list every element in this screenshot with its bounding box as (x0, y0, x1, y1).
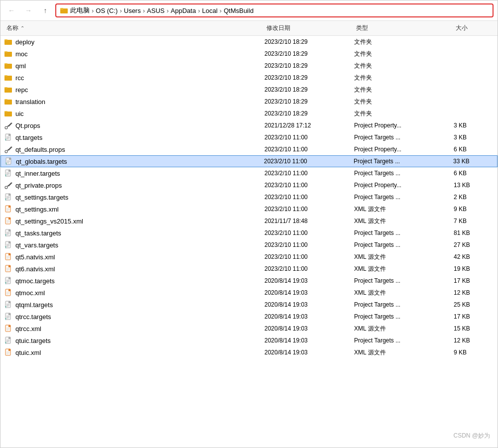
breadcrumb-part-0[interactable]: 此电脑 (70, 6, 90, 15)
breadcrumb-part-3[interactable]: ASUS (147, 7, 164, 14)
file-type-icon: T (4, 301, 12, 309)
breadcrumb-part-4[interactable]: AppData (171, 7, 196, 14)
table-row[interactable]: deploy 2023/2/10 18:29 文件夹 (0, 36, 498, 48)
forward-button[interactable]: → (21, 3, 35, 17)
file-name-cell: T qtqml.targets (4, 301, 264, 309)
file-type-icon (4, 74, 12, 82)
table-row[interactable]: qtrcc.xml 2020/8/14 19:03 XML 源文件 15 KB (0, 323, 498, 335)
up-button[interactable]: ↑ (38, 3, 52, 17)
svg-rect-103 (8, 325, 10, 327)
col-header-modified[interactable]: 修改日期 (264, 23, 354, 33)
svg-rect-11 (4, 88, 12, 93)
file-name: qt_private.props (15, 182, 62, 189)
table-row[interactable]: T qt_vars.targets 2023/2/10 11:00 Projec… (0, 239, 498, 251)
table-row[interactable]: translation 2023/2/10 18:29 文件夹 (0, 96, 498, 108)
file-name: qtqml.targets (15, 301, 53, 309)
file-name-cell: T qtrcc.targets (4, 313, 264, 321)
file-name: qt_globals.targets (16, 158, 67, 165)
file-name: qtuic.xml (15, 349, 41, 356)
file-type-icon (4, 253, 12, 261)
file-name-cell: qt_defaults.props (4, 145, 264, 153)
file-type-text: 文件夹 (354, 50, 454, 58)
table-row[interactable]: qt_private.props 2023/2/10 11:00 Project… (0, 179, 498, 191)
file-size: 3 KB (454, 122, 494, 129)
table-row[interactable]: T qt.targets 2023/2/10 11:00 Project Tar… (0, 131, 498, 143)
address-bar[interactable]: 此电脑 › OS (C:) › Users › ASUS › AppData ›… (55, 3, 494, 17)
breadcrumb-part-5[interactable]: Local (202, 7, 218, 14)
svg-rect-14 (4, 99, 7, 100)
table-row[interactable]: T qt_globals.targets 2023/2/10 11:00 Pro… (0, 155, 498, 167)
file-type-icon (4, 325, 12, 333)
table-row[interactable]: T qt_inner.targets 2023/2/10 11:00 Proje… (0, 167, 498, 179)
breadcrumb-part-1[interactable]: OS (C:) (96, 7, 118, 14)
file-name: qt_settings.xml (15, 206, 59, 213)
file-name: qt_vars.targets (15, 241, 58, 249)
table-row[interactable]: T qtqml.targets 2020/8/14 19:03 Project … (0, 299, 498, 311)
file-name-cell: rcc (4, 74, 264, 82)
file-modified-date: 2023/2/10 11:00 (264, 146, 354, 153)
file-size: 9 KB (454, 349, 494, 356)
file-type-icon (4, 145, 12, 153)
svg-rect-53 (8, 218, 10, 220)
table-row[interactable]: qt_defaults.props 2023/2/10 11:00 Projec… (0, 143, 498, 155)
file-type-text: Project Targets ... (354, 229, 454, 236)
table-row[interactable]: qt6.natvis.xml 2023/2/10 11:00 XML 源文件 1… (0, 263, 498, 275)
col-header-size[interactable]: 大小 (454, 23, 494, 33)
file-size: 17 KB (454, 277, 494, 284)
file-modified-date: 2023/2/10 11:00 (264, 134, 354, 141)
sep-4: › (198, 7, 200, 14)
sep-3: › (166, 7, 168, 14)
table-row[interactable]: T qtuic.targets 2020/8/14 19:03 Project … (0, 335, 498, 346)
table-row[interactable]: qml 2023/2/10 18:29 文件夹 (0, 60, 498, 72)
file-type-text: Project Property... (354, 146, 454, 153)
table-row[interactable]: Qt.props 2021/12/28 17:12 Project Proper… (0, 119, 498, 131)
table-row[interactable]: qtmoc.xml 2020/8/14 19:03 XML 源文件 12 KB (0, 287, 498, 299)
watermark: CSDN @妙为 (453, 432, 490, 440)
file-name-cell: qt_settings.xml (4, 205, 264, 213)
table-row[interactable]: repc 2023/2/10 18:29 文件夹 (0, 84, 498, 96)
svg-rect-34 (8, 170, 10, 172)
table-row[interactable]: qtuic.xml 2020/8/14 19:03 XML 源文件 9 KB (0, 346, 498, 358)
col-header-name[interactable]: 名称 ⌃ (4, 23, 264, 33)
svg-rect-70 (8, 253, 10, 255)
file-name: uic (15, 110, 24, 117)
file-type-text: Project Targets ... (354, 170, 454, 177)
svg-text:T: T (5, 282, 6, 285)
svg-rect-3 (4, 40, 12, 45)
file-type-text: Project Targets ... (354, 158, 453, 165)
table-row[interactable]: T qtrcc.targets 2020/8/14 19:03 Project … (0, 311, 498, 323)
sep-5: › (220, 7, 222, 14)
svg-text:T: T (5, 138, 6, 141)
svg-rect-58 (8, 229, 10, 231)
file-size: 19 KB (454, 265, 494, 272)
file-name: qtmoc.targets (15, 277, 55, 285)
file-type-text: XML 源文件 (354, 289, 454, 297)
table-row[interactable]: qt_settings.xml 2023/2/10 11:00 XML 源文件 … (0, 203, 498, 215)
table-row[interactable]: T qt_settings.targets 2023/2/10 11:00 Pr… (0, 191, 498, 203)
table-row[interactable]: rcc 2023/2/10 18:29 文件夹 (0, 72, 498, 84)
file-modified-date: 2023/2/10 18:29 (264, 50, 354, 57)
col-header-type[interactable]: 类型 (354, 23, 454, 33)
table-row[interactable]: uic 2023/2/10 18:29 文件夹 (0, 108, 498, 119)
file-name-cell: T qt_settings.targets (4, 193, 264, 201)
file-type-text: 文件夹 (354, 98, 454, 106)
file-type-icon: T (4, 313, 12, 321)
breadcrumb-part-2[interactable]: Users (124, 7, 141, 14)
table-row[interactable]: moc 2023/2/10 18:29 文件夹 (0, 48, 498, 60)
svg-rect-86 (8, 289, 10, 291)
file-type-text: Project Targets ... (354, 241, 454, 248)
breadcrumb-part-6[interactable]: QtMsBuild (224, 7, 253, 14)
table-row[interactable]: qt_settings_vs2015.xml 2021/11/7 18:48 X… (0, 215, 498, 227)
file-type-text: XML 源文件 (354, 205, 454, 214)
svg-rect-9 (4, 76, 12, 81)
file-type-text: 文件夹 (354, 74, 454, 82)
back-button[interactable]: ← (4, 3, 18, 17)
file-type-text: 文件夹 (354, 86, 454, 94)
file-size: 17 KB (454, 313, 494, 320)
file-name-cell: T qt_vars.targets (4, 241, 264, 249)
file-name: qtrcc.targets (15, 313, 51, 321)
table-row[interactable]: T qt_tasks.targets 2023/2/10 11:00 Proje… (0, 227, 498, 239)
table-row[interactable]: qt5.natvis.xml 2023/2/10 11:00 XML 源文件 4… (0, 251, 498, 263)
file-modified-date: 2023/2/10 18:29 (264, 38, 354, 45)
table-row[interactable]: T qtmoc.targets 2020/8/14 19:03 Project … (0, 275, 498, 287)
